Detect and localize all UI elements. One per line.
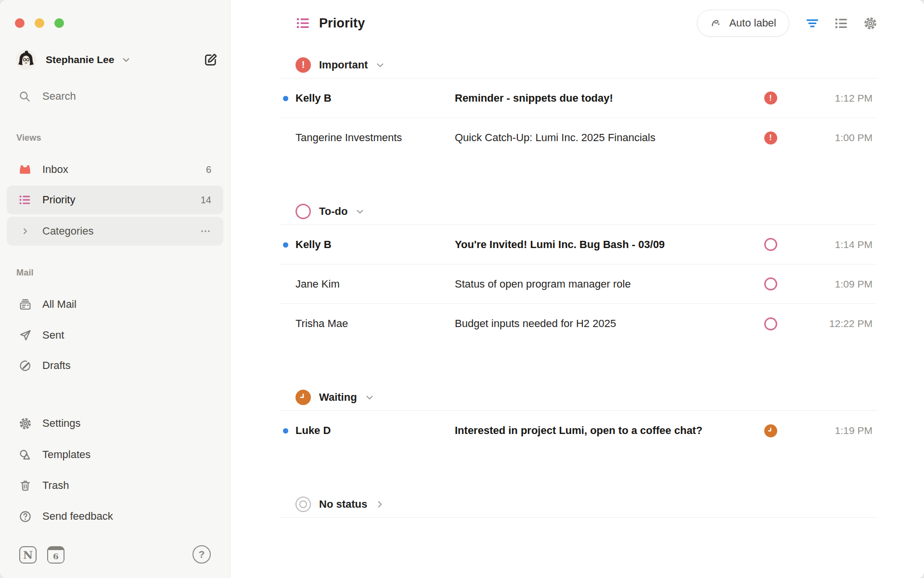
zoom-window-button[interactable]	[54, 18, 64, 28]
todo-status-icon[interactable]	[764, 277, 777, 291]
email-sender: Trisha Mae	[295, 317, 455, 330]
sent-icon	[18, 328, 32, 342]
section-name: No status	[319, 498, 367, 511]
sidebar-item-label: Trash	[42, 479, 69, 492]
priority-list-icon	[296, 16, 310, 30]
drafts-icon	[18, 359, 32, 372]
section-name: Important	[319, 59, 368, 71]
account-name: Stephanie Lee	[46, 54, 114, 66]
close-window-button[interactable]	[15, 18, 25, 28]
sidebar-item-trash[interactable]: Trash	[7, 471, 223, 500]
email-time: 1:09 PM	[781, 278, 877, 290]
sidebar-item-send-feedback[interactable]: Send feedback	[7, 502, 223, 531]
sidebar-item-all-mail[interactable]: All Mail	[7, 290, 223, 319]
important-status-icon: !	[295, 57, 311, 73]
mail-section-label: Mail	[16, 268, 34, 278]
email-row[interactable]: Trisha Mae Budget inputs needed for H2 2…	[279, 304, 877, 343]
waiting-status-icon[interactable]	[764, 424, 777, 437]
inbox-icon	[18, 163, 32, 176]
toolbar: Auto label	[697, 10, 877, 37]
email-time: 1:00 PM	[781, 132, 877, 144]
section-no-status: No status	[279, 491, 877, 518]
sidebar-item-label: Categories	[42, 225, 93, 237]
chevron-right-icon[interactable]	[374, 499, 385, 510]
window-controls	[15, 18, 64, 28]
email-row[interactable]: Jane Kim Status of open program manager …	[279, 264, 877, 304]
email-row[interactable]: Kelly B Reminder - snippets due today! !…	[279, 79, 877, 118]
email-time: 1:12 PM	[781, 92, 877, 104]
email-time: 1:19 PM	[781, 425, 877, 436]
minimize-window-button[interactable]	[35, 18, 44, 28]
help-button[interactable]: ?	[192, 545, 211, 564]
help-circle-icon	[18, 510, 32, 523]
sidebar-item-categories[interactable]: Categories	[7, 217, 223, 246]
account-switcher[interactable]: Stephanie Lee	[16, 48, 218, 71]
section-name: To-do	[319, 205, 347, 218]
sidebar-item-priority[interactable]: Priority 14	[7, 185, 223, 214]
email-subject: Budget inputs needed for H2 2025	[455, 317, 764, 330]
search-label: Search	[42, 90, 76, 103]
notion-calendar-icon[interactable]: 6	[47, 546, 64, 564]
email-sender: Kelly B	[295, 238, 455, 251]
sidebar-item-label: Templates	[42, 448, 90, 461]
section-important: ! Important Kelly B Reminder - snippets …	[279, 52, 877, 158]
more-icon[interactable]	[200, 225, 211, 237]
email-sender: Jane Kim	[295, 278, 455, 290]
sidebar-item-label: Sent	[42, 329, 64, 342]
view-header: Priority Auto label	[279, 0, 877, 46]
search-icon	[18, 90, 31, 103]
chevron-down-icon[interactable]	[375, 60, 385, 70]
email-subject: Reminder - snippets due today!	[455, 92, 764, 105]
sidebar-item-drafts[interactable]: Drafts	[7, 351, 223, 380]
search-button[interactable]: Search	[18, 85, 76, 108]
filter-button[interactable]	[805, 16, 820, 30]
sidebar-item-templates[interactable]: Templates	[7, 440, 223, 469]
chevron-down-icon[interactable]	[364, 392, 375, 403]
sidebar-item-sent[interactable]: Sent	[7, 321, 223, 350]
email-time: 1:14 PM	[781, 239, 877, 250]
email-time: 12:22 PM	[781, 318, 877, 329]
todo-status-icon	[295, 204, 311, 219]
todo-status-icon[interactable]	[764, 317, 777, 330]
chevron-down-icon[interactable]	[355, 206, 365, 217]
important-status-icon[interactable]: !	[764, 92, 777, 105]
priority-list-icon	[18, 193, 32, 207]
sidebar-item-settings[interactable]: Settings	[7, 409, 223, 438]
auto-label-wand-icon	[710, 17, 723, 30]
sidebar-item-inbox[interactable]: Inbox 6	[7, 155, 223, 184]
email-row[interactable]: Tangerine Investments Quick Catch-Up: Lu…	[279, 118, 877, 158]
unread-dot	[283, 242, 288, 248]
compose-button[interactable]	[203, 52, 218, 67]
email-row[interactable]: Luke D Interested in project Lumi, open …	[279, 411, 877, 450]
view-settings-button[interactable]	[863, 16, 877, 30]
auto-label-text: Auto label	[729, 17, 776, 29]
email-subject: Interested in project Lumi, open to a co…	[455, 424, 764, 437]
auto-label-button[interactable]: Auto label	[697, 10, 789, 37]
sidebar-item-label: Send feedback	[42, 510, 113, 523]
important-status-icon[interactable]: !	[764, 131, 777, 144]
unread-count: 6	[206, 164, 211, 175]
email-sender: Tangerine Investments	[295, 131, 455, 144]
section-todo: To-do Kelly B You're Invited! Lumi Inc. …	[279, 198, 877, 343]
waiting-status-icon	[295, 390, 311, 405]
section-header-no-status[interactable]: No status	[279, 491, 877, 518]
email-subject: Status of open program manager role	[455, 278, 764, 290]
sidebar-item-label: Drafts	[42, 359, 71, 372]
all-mail-icon	[18, 298, 32, 311]
no-status-icon	[295, 497, 311, 512]
section-header-waiting[interactable]: Waiting	[279, 384, 877, 411]
templates-icon	[18, 448, 32, 461]
page-title: Priority	[319, 16, 365, 31]
section-name: Waiting	[319, 391, 357, 404]
list-view-button[interactable]	[834, 16, 848, 30]
email-row[interactable]: Kelly B You're Invited! Lumi Inc. Bug Ba…	[279, 225, 877, 264]
email-sender: Luke D	[295, 424, 455, 437]
section-header-todo[interactable]: To-do	[279, 198, 877, 225]
notion-logo-icon[interactable]: N	[19, 546, 37, 564]
chevron-right-icon[interactable]	[18, 224, 32, 238]
sidebar-item-label: Priority	[42, 194, 75, 206]
todo-status-icon[interactable]	[764, 238, 777, 251]
section-header-important[interactable]: ! Important	[279, 52, 877, 79]
sidebar-item-label: Settings	[42, 417, 81, 430]
mail-app-window: Stephanie Lee Search Views Inbox 6 Prior…	[0, 0, 924, 578]
